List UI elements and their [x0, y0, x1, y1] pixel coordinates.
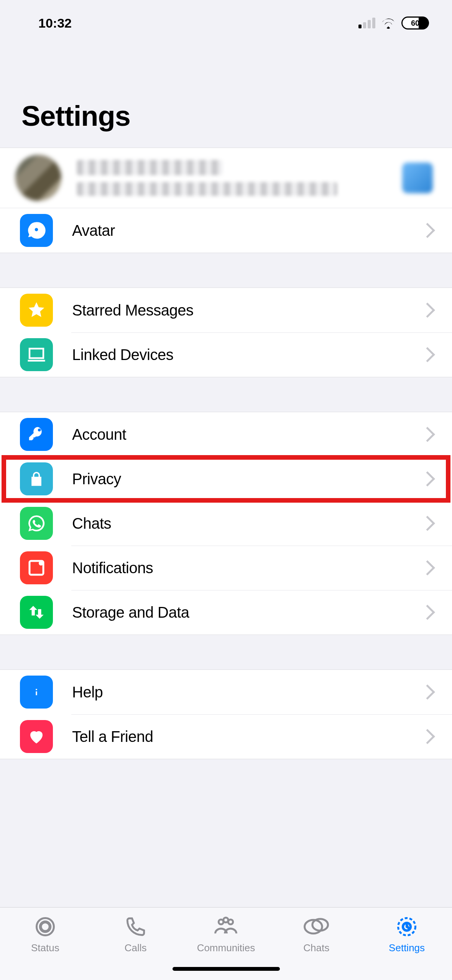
row-help[interactable]: Help: [0, 670, 452, 714]
svg-point-0: [39, 561, 43, 566]
tab-settings-label: Settings: [389, 942, 425, 954]
tab-calls[interactable]: Calls: [90, 915, 181, 980]
tab-calls-label: Calls: [125, 942, 147, 954]
svg-point-7: [312, 919, 328, 931]
row-storage-data[interactable]: Storage and Data: [0, 590, 452, 635]
svg-point-2: [40, 922, 50, 932]
chevron-right-icon: [420, 347, 435, 362]
row-avatar[interactable]: Avatar: [0, 208, 452, 253]
header: Settings: [0, 46, 452, 148]
whatsapp-icon: [20, 507, 53, 540]
star-icon: [20, 294, 53, 327]
row-avatar-label: Avatar: [72, 222, 422, 239]
cellular-icon: [358, 18, 375, 28]
tab-status-label: Status: [31, 942, 59, 954]
chevron-right-icon: [420, 605, 435, 620]
page-title: Settings: [21, 100, 431, 132]
row-linked-label: Linked Devices: [72, 346, 422, 363]
row-starred-label: Starred Messages: [72, 302, 422, 319]
chevron-right-icon: [420, 729, 435, 744]
chevron-right-icon: [420, 303, 435, 318]
chevron-right-icon: [420, 471, 435, 487]
row-tell-friend[interactable]: Tell a Friend: [0, 714, 452, 759]
chevron-right-icon: [420, 427, 435, 442]
key-icon: [20, 418, 53, 451]
battery-icon: 60: [401, 16, 429, 30]
section-help: Help Tell a Friend: [0, 669, 452, 759]
status-bar: 10:32 60: [0, 0, 452, 46]
tab-status[interactable]: Status: [0, 915, 90, 980]
status-indicators: 60: [358, 16, 429, 30]
section-account: Account Privacy Chats Notifi: [0, 412, 452, 635]
row-privacy-label: Privacy: [72, 470, 422, 488]
info-icon: [20, 676, 53, 709]
avatar-image: [15, 155, 61, 201]
row-linked-devices[interactable]: Linked Devices: [0, 332, 452, 377]
tab-chats[interactable]: Chats: [271, 915, 362, 980]
qr-code-icon[interactable]: [402, 163, 433, 193]
section-messages: Starred Messages Linked Devices: [0, 288, 452, 377]
row-account[interactable]: Account: [0, 412, 452, 457]
row-notifications-label: Notifications: [72, 559, 422, 577]
gear-icon: [395, 915, 418, 938]
status-icon: [34, 915, 57, 938]
tab-settings[interactable]: Settings: [362, 915, 452, 980]
tab-communities-label: Communities: [197, 942, 255, 954]
row-chats-label: Chats: [72, 515, 422, 532]
tab-chats-label: Chats: [303, 942, 329, 954]
wifi-icon: [381, 17, 396, 29]
row-help-label: Help: [72, 684, 422, 701]
home-indicator: [173, 967, 280, 971]
row-account-label: Account: [72, 426, 422, 443]
lock-icon: [20, 462, 53, 495]
chevron-right-icon: [420, 516, 435, 531]
chats-icon: [304, 915, 329, 938]
chevron-right-icon: [420, 223, 435, 238]
profile-row[interactable]: [0, 148, 452, 208]
notifications-icon: [20, 551, 53, 584]
phone-icon: [125, 915, 147, 938]
laptop-icon: [20, 338, 53, 371]
section-profile: Avatar: [0, 148, 452, 253]
status-time: 10:32: [38, 16, 72, 31]
arrows-updown-icon: [20, 596, 53, 629]
row-notifications[interactable]: Notifications: [0, 546, 452, 590]
heart-icon: [20, 720, 53, 753]
row-chats[interactable]: Chats: [0, 501, 452, 546]
battery-level: 60: [401, 19, 429, 28]
communities-icon: [212, 915, 239, 938]
row-tell-label: Tell a Friend: [72, 728, 422, 745]
chevron-right-icon: [420, 684, 435, 700]
chevron-right-icon: [420, 560, 435, 576]
row-storage-label: Storage and Data: [72, 604, 422, 621]
row-starred-messages[interactable]: Starred Messages: [0, 288, 452, 332]
row-privacy[interactable]: Privacy: [0, 457, 452, 501]
profile-text-blurred: [77, 160, 402, 196]
svg-point-5: [224, 918, 228, 922]
avatar-icon: [20, 214, 53, 247]
